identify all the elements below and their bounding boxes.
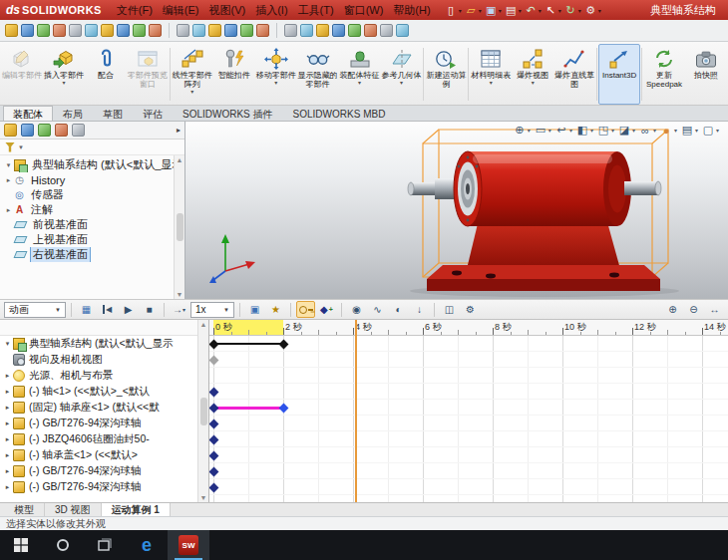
ribbon-instant3d-button[interactable]: Instant3D bbox=[598, 44, 640, 105]
view-orientation-icon[interactable]: ◳ bbox=[595, 123, 611, 138]
timeline-area[interactable]: 0 秒2 秒4 秒6 秒8 秒10 秒12 秒14 秒 bbox=[209, 320, 728, 502]
expand-arrow-icon[interactable]: ▾ bbox=[4, 161, 13, 169]
view-settings-icon[interactable]: ▢ bbox=[700, 123, 716, 138]
dimxpertmanager-icon[interactable] bbox=[55, 124, 68, 137]
new-motion-study-icon[interactable] bbox=[149, 24, 162, 37]
expand-arrow-icon[interactable]: ▾ bbox=[3, 340, 12, 348]
previous-view-icon[interactable] bbox=[224, 24, 237, 37]
motion-row-bearing-1[interactable]: ▸ (-) GB/T276-94深沟球轴 bbox=[0, 416, 208, 431]
scroll-down-icon[interactable]: ▼ bbox=[177, 291, 183, 298]
tab-evaluate[interactable]: 评估 bbox=[133, 106, 173, 121]
smart-fasteners-icon[interactable] bbox=[53, 24, 66, 37]
ribbon-insert-component-button[interactable]: 插入零部件 ▾ bbox=[43, 44, 85, 105]
expand-arrow-icon[interactable]: ▸ bbox=[3, 404, 12, 412]
section-view-icon[interactable] bbox=[348, 24, 361, 37]
zoom-to-fit-icon[interactable] bbox=[192, 24, 205, 37]
tree-item-annotations[interactable]: ▸ A 注解 bbox=[0, 202, 184, 217]
right-shaft[interactable] bbox=[624, 181, 661, 195]
open-icon[interactable]: ▱ bbox=[464, 2, 479, 18]
motion-row-bearing-2[interactable]: ▸ (-) GB/T276-94深沟球轴 bbox=[0, 463, 208, 479]
add-key-button[interactable]: ◆+ bbox=[317, 301, 336, 318]
key-row[interactable] bbox=[209, 447, 728, 463]
ribbon-show-hidden-button[interactable]: 显示隐藏的零部件 bbox=[297, 44, 339, 105]
menu-tools[interactable]: 工具(T) bbox=[293, 0, 339, 20]
ribbon-exploded-view-button[interactable]: 爆炸视图 ▾ bbox=[512, 44, 553, 105]
menu-view[interactable]: 视图(V) bbox=[204, 0, 251, 20]
ribbon-reference-geometry-button[interactable]: 参考几何体 ▾ bbox=[381, 44, 423, 105]
key-row[interactable] bbox=[209, 479, 728, 495]
expand-arrow-icon[interactable]: ▸ bbox=[3, 372, 12, 380]
shaded-icon[interactable] bbox=[332, 24, 345, 37]
undo-icon[interactable]: ↶ bbox=[524, 2, 539, 18]
zoom-in-button[interactable]: ⊕ bbox=[663, 301, 682, 318]
expand-arrow-icon[interactable]: ▸ bbox=[3, 483, 12, 491]
ribbon-edit-component-button[interactable]: 编辑零部件 bbox=[1, 44, 43, 105]
zoom-to-area-icon[interactable] bbox=[208, 24, 221, 37]
key-row[interactable] bbox=[209, 336, 728, 352]
expand-arrow-icon[interactable]: ▸ bbox=[3, 467, 12, 475]
tab-sketch[interactable]: 草图 bbox=[93, 106, 133, 121]
apply-scene-icon[interactable] bbox=[364, 24, 377, 37]
zoom-to-area-icon[interactable]: ▭ bbox=[533, 123, 548, 138]
keyframe-diamond-black[interactable] bbox=[278, 339, 288, 349]
ribbon-component-preview-button[interactable]: 零部件预览窗口 bbox=[127, 44, 169, 105]
wireframe-icon[interactable] bbox=[284, 24, 297, 37]
results-and-plots-button[interactable]: ◫ bbox=[440, 301, 459, 318]
menu-file[interactable]: 文件(F) bbox=[112, 0, 158, 20]
select-icon[interactable]: ↖ bbox=[544, 2, 558, 18]
rotate-component-icon[interactable] bbox=[85, 24, 98, 37]
tab-motion-study-1[interactable]: 运动算例 1 bbox=[102, 503, 171, 516]
expand-arrow-icon[interactable]: ▸ bbox=[3, 451, 12, 459]
hide-show-items-icon[interactable]: ∞ bbox=[637, 123, 653, 138]
tree-item-sensors[interactable]: ◎ 传感器 bbox=[0, 187, 184, 202]
tab-model[interactable]: 模型 bbox=[4, 503, 45, 516]
keyframe-diamond-navy[interactable] bbox=[209, 419, 218, 428]
keyframe-diamond-gray[interactable] bbox=[209, 355, 218, 365]
timeline-track[interactable] bbox=[209, 336, 728, 502]
expand-arrow-icon[interactable]: ▸ bbox=[4, 206, 13, 214]
print-icon[interactable]: ▤ bbox=[504, 2, 519, 18]
menu-insert[interactable]: 插入(I) bbox=[250, 0, 292, 20]
ribbon-new-motion-study-button[interactable]: 新建运动算例 bbox=[425, 44, 467, 105]
study-type-select[interactable]: 动画 ▼ bbox=[4, 302, 66, 318]
rebuild-icon[interactable]: ↻ bbox=[563, 2, 578, 18]
timeline-playhead[interactable] bbox=[355, 320, 357, 502]
start-button[interactable] bbox=[0, 530, 42, 560]
new-document-icon[interactable]: ▯ bbox=[444, 2, 459, 18]
fit-timeline-button[interactable]: ↔ bbox=[705, 301, 724, 318]
rotate-view-icon[interactable] bbox=[240, 24, 253, 37]
ribbon-linear-pattern-button[interactable]: 线性零部件阵列 ▾ bbox=[172, 44, 213, 105]
key-row[interactable] bbox=[209, 431, 728, 447]
keyframe-diamond-navy[interactable] bbox=[209, 466, 218, 476]
view-orientation-icon[interactable] bbox=[380, 24, 393, 37]
expand-arrow-icon[interactable]: ▸ bbox=[3, 420, 12, 427]
configurationmanager-icon[interactable] bbox=[38, 124, 51, 137]
keyframe-diamond-blue[interactable] bbox=[278, 403, 288, 413]
save-animation-button[interactable]: ▣ bbox=[245, 301, 264, 318]
assembly-features-icon[interactable] bbox=[117, 24, 130, 37]
key-row[interactable] bbox=[209, 368, 728, 384]
key-row[interactable] bbox=[209, 352, 728, 368]
keyframe-diamond-navy[interactable] bbox=[209, 434, 218, 444]
cylinder-body[interactable] bbox=[454, 151, 631, 226]
ribbon-update-speedpak-button[interactable]: 更新Speedpak bbox=[643, 44, 685, 105]
ribbon-assembly-features-button[interactable]: 装配体特征 ▾ bbox=[339, 44, 381, 105]
mate-icon[interactable] bbox=[21, 24, 34, 37]
propertymanager-icon[interactable] bbox=[21, 124, 34, 137]
keyframe-diamond-navy[interactable] bbox=[209, 387, 218, 397]
key-row[interactable] bbox=[209, 400, 728, 416]
apply-scene-icon[interactable]: ▤ bbox=[679, 123, 695, 138]
scroll-thumb[interactable] bbox=[200, 398, 207, 425]
scroll-thumb[interactable] bbox=[177, 213, 183, 241]
linear-component-pattern-icon[interactable] bbox=[37, 24, 50, 37]
tab-3d-views[interactable]: 3D 视图 bbox=[45, 503, 102, 516]
motion-row-oil-seal[interactable]: ▸ (-) JBZQ4606毡圈油封50- bbox=[0, 431, 208, 447]
gravity-button[interactable]: ↓ bbox=[410, 301, 429, 318]
playback-speed-select[interactable]: 1x ▼ bbox=[190, 302, 234, 318]
playback-mode-button[interactable]: →▾ bbox=[170, 301, 188, 318]
timeline-ruler[interactable]: 0 秒2 秒4 秒6 秒8 秒10 秒12 秒14 秒 bbox=[209, 320, 728, 336]
move-component-icon[interactable] bbox=[69, 24, 82, 37]
animation-wizard-button[interactable]: ★ bbox=[266, 301, 285, 318]
key-row[interactable] bbox=[209, 384, 728, 400]
timeline-change-bar[interactable] bbox=[213, 343, 283, 345]
